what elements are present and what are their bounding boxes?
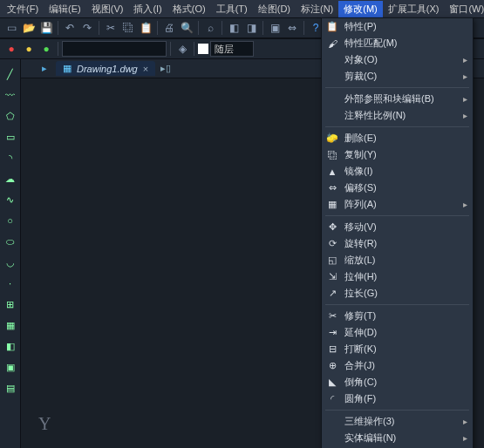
submenu-arrow-icon: ▸ bbox=[463, 111, 467, 120]
layeriso-icon[interactable]: ◈ bbox=[174, 41, 190, 57]
region-icon[interactable]: ▣ bbox=[4, 361, 17, 373]
separator bbox=[170, 42, 171, 56]
menu-item-sub[interactable]: 实体编辑(N)▸ bbox=[322, 430, 473, 446]
menu-item[interactable]: 视图(V) bbox=[86, 1, 129, 17]
menu-item-label: 旋转(R) bbox=[344, 237, 467, 250]
layer1-icon[interactable]: ● bbox=[3, 41, 19, 57]
hatch-icon[interactable]: ▦ bbox=[4, 319, 17, 331]
copy-icon[interactable]: ⿻ bbox=[120, 20, 136, 36]
menu-item-label: 偏移(S) bbox=[344, 181, 467, 194]
linetype-combo[interactable] bbox=[210, 41, 254, 57]
paste-icon[interactable]: 📋 bbox=[138, 20, 153, 36]
print-icon[interactable]: 🖨 bbox=[161, 20, 177, 36]
match-icon: 🖌 bbox=[325, 37, 339, 51]
circle-icon[interactable]: ○ bbox=[4, 214, 17, 227]
spline-icon[interactable]: ∿ bbox=[4, 193, 17, 206]
submenu-arrow-icon: ▸ bbox=[463, 200, 467, 209]
close-icon[interactable]: × bbox=[143, 64, 148, 74]
menu-item[interactable]: 扩展工具(X) bbox=[383, 1, 445, 17]
misc2-icon[interactable]: ◨ bbox=[243, 20, 259, 36]
menu-item[interactable]: 编辑(E) bbox=[44, 1, 86, 17]
blank-icon bbox=[325, 53, 339, 67]
menu-item-erase[interactable]: 🧽删除(E) bbox=[322, 130, 473, 146]
menu-item-match[interactable]: 🖌特性匹配(M) bbox=[322, 35, 473, 51]
menu-item-rotate[interactable]: ⟳旋转(R) bbox=[322, 235, 473, 252]
menu-item-fillet[interactable]: ◜圆角(F) bbox=[322, 390, 473, 407]
ellipsearc-icon[interactable]: ◡ bbox=[4, 256, 17, 268]
offset-icon: ⇔ bbox=[325, 181, 339, 195]
menu-item[interactable]: 文件(F) bbox=[2, 1, 44, 17]
color-icon[interactable] bbox=[198, 44, 208, 54]
menu-item-sub[interactable]: 剪裁(C)▸ bbox=[322, 68, 473, 85]
move-icon: ✥ bbox=[325, 221, 339, 234]
menu-item-sub[interactable]: 三维操作(3)▸ bbox=[322, 413, 473, 430]
new-icon[interactable]: ▭ bbox=[3, 20, 19, 36]
polygon-icon[interactable]: ⬠ bbox=[4, 110, 17, 122]
polyline-icon[interactable]: 〰 bbox=[4, 89, 17, 101]
menu-item-label: 外部参照和块编辑(B) bbox=[344, 92, 458, 105]
menu-item-array[interactable]: ▦阵列(A)▸ bbox=[322, 196, 473, 213]
menu-item[interactable]: 工具(T) bbox=[211, 1, 253, 17]
menu-item-label: 修剪(T) bbox=[344, 309, 467, 322]
menu-item-sub[interactable]: 外部参照和块编辑(B)▸ bbox=[322, 91, 473, 107]
qdim-icon[interactable]: ⇔ bbox=[284, 20, 300, 36]
menu-item-move[interactable]: ✥移动(V) bbox=[322, 219, 473, 235]
new-tab-icon[interactable]: ▸▯ bbox=[160, 63, 171, 74]
point-icon[interactable]: · bbox=[4, 277, 17, 289]
ellipse-icon[interactable]: ⬭ bbox=[4, 235, 17, 248]
line-icon[interactable]: ╱ bbox=[4, 68, 17, 80]
menu-item[interactable]: 标注(N) bbox=[296, 1, 338, 17]
block-icon[interactable]: ⊞ bbox=[4, 298, 17, 310]
menu-item-sub[interactable]: 注释性比例(N)▸ bbox=[322, 107, 473, 124]
misc1-icon[interactable]: ◧ bbox=[226, 20, 242, 36]
menu-item-chamfer[interactable]: ◣倒角(C) bbox=[322, 374, 473, 390]
menu-item[interactable]: 修改(M) bbox=[338, 1, 383, 17]
menu-item-sub[interactable]: 对象(O)▸ bbox=[322, 51, 473, 68]
menu-item-offset[interactable]: ⇔偏移(S) bbox=[322, 180, 473, 196]
menu-separator bbox=[325, 410, 469, 411]
menu-item-trim[interactable]: ✂修剪(T) bbox=[322, 308, 473, 324]
redo-icon[interactable]: ↷ bbox=[79, 20, 95, 36]
undo-icon[interactable]: ↶ bbox=[62, 20, 78, 36]
tab-arrow-icon[interactable]: ▸ bbox=[42, 63, 47, 74]
menu-item-label: 镜像(I) bbox=[344, 165, 467, 178]
menu-item[interactable]: 绘图(D) bbox=[253, 1, 296, 17]
array-icon: ▦ bbox=[325, 198, 339, 212]
menu-item-scale[interactable]: ◱缩放(L) bbox=[322, 252, 473, 268]
find-icon[interactable]: ⌕ bbox=[202, 20, 218, 36]
document-tab[interactable]: ▦ Drawing1.dwg × bbox=[56, 61, 155, 76]
layer-combo[interactable] bbox=[62, 41, 167, 57]
rotate-icon: ⟳ bbox=[325, 237, 339, 251]
file-icon: ▦ bbox=[63, 63, 72, 74]
layer3-icon[interactable]: ● bbox=[38, 41, 54, 57]
menu-item-copy[interactable]: ⿻复制(Y) bbox=[322, 146, 473, 163]
table-icon[interactable]: ▤ bbox=[4, 382, 17, 394]
save-icon[interactable]: 💾 bbox=[38, 20, 54, 36]
layer2-icon[interactable]: ● bbox=[21, 41, 37, 57]
menu-item-lengthen[interactable]: ↗拉长(G) bbox=[322, 285, 473, 302]
menu-item-mirror[interactable]: ▲镜像(I) bbox=[322, 163, 473, 180]
gradient-icon[interactable]: ◧ bbox=[4, 340, 17, 352]
cut-icon[interactable]: ✂ bbox=[103, 20, 119, 36]
menu-item[interactable]: 插入(I) bbox=[128, 1, 167, 17]
separator bbox=[262, 21, 263, 35]
menu-item-stretch[interactable]: ⇲拉伸(H) bbox=[322, 268, 473, 285]
menu-item-label: 合并(J) bbox=[344, 359, 467, 372]
blank-icon bbox=[325, 92, 339, 106]
menu-item[interactable]: 格式(O) bbox=[167, 1, 211, 17]
menu-item-props[interactable]: 📋特性(P) bbox=[322, 18, 473, 35]
menu-item-join[interactable]: ⊕合并(J) bbox=[322, 357, 473, 374]
revcloud-icon[interactable]: ☁ bbox=[4, 173, 17, 185]
preview-icon[interactable]: 🔍 bbox=[179, 20, 194, 36]
menu-item-extend[interactable]: ⇥延伸(D) bbox=[322, 324, 473, 341]
menu-item[interactable]: 窗口(W) bbox=[444, 1, 484, 17]
menu-item-label: 拉长(G) bbox=[344, 287, 467, 300]
open-icon[interactable]: 📂 bbox=[21, 20, 37, 36]
copy-icon: ⿻ bbox=[325, 148, 339, 162]
menu-item-break[interactable]: ⊟打断(K) bbox=[322, 341, 473, 357]
draw-toolbar: ╱ 〰 ⬠ ▭ ◝ ☁ ∿ ○ ⬭ ◡ · ⊞ ▦ ◧ ▣ ▤ bbox=[0, 59, 21, 448]
imgframe-icon[interactable]: ▣ bbox=[267, 20, 283, 36]
rectangle-icon[interactable]: ▭ bbox=[4, 131, 17, 143]
menu-separator bbox=[325, 87, 469, 88]
arc-icon[interactable]: ◝ bbox=[4, 152, 17, 164]
